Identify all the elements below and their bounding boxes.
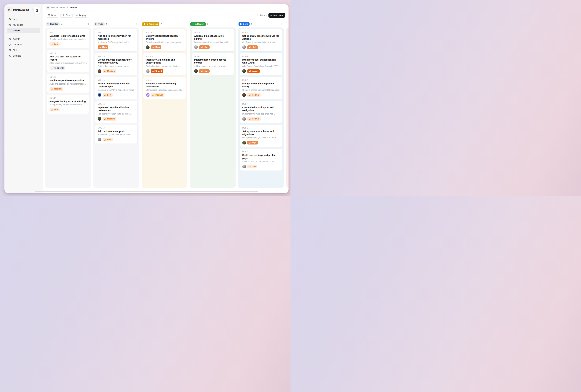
priority-label: Medium	[252, 118, 259, 120]
issue-title: Integrate Stripe billing and subscriptio…	[146, 58, 183, 64]
column-cards: MUL-7 Add real-time collaborative editin…	[190, 28, 236, 188]
sidebar-item-runtimes[interactable]: Runtimes	[7, 42, 40, 48]
issue-id: MUL-1	[242, 32, 279, 34]
sidebar-item-settings[interactable]: Settings	[7, 53, 40, 58]
new-issue-compose-button[interactable]	[33, 7, 40, 14]
issue-title: Set up CI/CD pipeline with GitHub Action…	[242, 34, 279, 40]
assignee-avatar	[98, 117, 101, 121]
issue-card[interactable]: MUL-14 Write API documentation with Open…	[95, 77, 137, 99]
status-pill: Todo	[94, 22, 105, 26]
priority-bars-icon	[249, 46, 251, 48]
priority-label: Urgent	[155, 70, 162, 72]
column-count: 4	[61, 23, 62, 25]
board-view-button[interactable]: Board	[46, 13, 59, 18]
column-header: Done 6 ⋯ +	[238, 22, 284, 26]
issue-card[interactable]: MUL-15 Implement email notification pref…	[95, 101, 137, 123]
priority-badge: Low	[103, 93, 113, 97]
issue-footer: High	[242, 46, 279, 49]
issue-card[interactable]: MUL-18 Add CSV and PDF export for report…	[47, 50, 89, 72]
issue-card[interactable]: MUL-3 Design and build component library…	[240, 77, 282, 99]
issue-card[interactable]: MUL-19 Mobile responsive optimization Au…	[47, 74, 89, 93]
issue-card[interactable]: MUL-7 Add real-time collaborative editin…	[191, 29, 234, 51]
priority-badge: Medium	[151, 93, 164, 97]
issue-card[interactable]: MUL-5 Set up database schema and migrati…	[240, 124, 282, 147]
display-button[interactable]: Display	[74, 13, 88, 18]
issue-footer: Low	[98, 93, 135, 97]
priority-label: Low	[252, 166, 256, 168]
column-menu-button[interactable]: ⋯	[227, 22, 231, 26]
column-count: 3	[161, 23, 162, 25]
issue-card[interactable]: MUL-12 Add end-to-end encryption for mes…	[95, 29, 137, 51]
priority-bars-icon	[200, 70, 203, 72]
column-count: 6	[251, 23, 252, 25]
issue-footer: Medium	[98, 117, 135, 121]
priority-badge: High	[98, 46, 108, 49]
issue-card[interactable]: MUL-10 Integrate Stripe billing and subs…	[143, 53, 186, 75]
issue-title: Refactor API error handling middleware	[146, 82, 183, 88]
sidebar-item-label: Issues	[13, 29, 20, 32]
priority-bars-icon	[51, 108, 53, 111]
issue-footer: No priority	[49, 66, 87, 70]
issue-card[interactable]: MUL-1 Set up CI/CD pipeline with GitHub …	[240, 29, 282, 51]
issue-card[interactable]: MUL-17 Evaluate Redis for caching layer …	[47, 29, 89, 48]
issue-title: Build user settings and profile page	[242, 154, 279, 160]
column-add-button[interactable]: +	[231, 22, 235, 26]
issue-title: Add real-time collaborative editing	[194, 34, 231, 40]
priority-label: Medium	[252, 94, 259, 96]
status-pill: In Review	[190, 22, 206, 26]
issue-id: MUL-16	[98, 127, 135, 129]
pencil-square-icon	[35, 9, 38, 12]
filled-circle-icon	[240, 23, 242, 25]
assignee-avatar-robot	[98, 93, 101, 97]
column-add-button[interactable]: +	[183, 22, 187, 26]
priority-badge: Medium	[247, 117, 261, 121]
sidebar-item-inbox[interactable]: Inbox	[7, 16, 40, 22]
status-label: Todo	[98, 23, 103, 25]
issue-id: MUL-17	[49, 32, 87, 34]
column-header: In Progress 3 ⋯ +	[142, 22, 187, 26]
chevron-right-icon	[66, 6, 68, 9]
issue-card[interactable]: MUL-8 Implement role-based access contro…	[191, 53, 234, 75]
issue-card[interactable]: MUL-9 Build WebSocket notification syste…	[143, 29, 186, 51]
issue-footer: Medium	[49, 87, 87, 91]
issue-card[interactable]: MUL-2 Implement user authentication with…	[240, 53, 282, 75]
issue-title: Add CSV and PDF export for reports	[49, 55, 87, 61]
issue-card[interactable]: MUL-13 Create analytics dashboard for wo…	[95, 53, 137, 75]
horizontal-scrollbar[interactable]	[35, 191, 258, 192]
issue-card[interactable]: MUL-20 Integrate Sentry error monitoring…	[47, 95, 89, 114]
issue-card[interactable]: MUL-4 Create dashboard layout and naviga…	[240, 101, 282, 123]
new-issue-button[interactable]: + New Issue	[268, 13, 285, 18]
assignee-avatar	[146, 69, 149, 73]
priority-bars-icon	[51, 88, 53, 90]
issue-card[interactable]: MUL-11 Refactor API error handling middl…	[143, 77, 186, 99]
issue-footer: Medium	[98, 69, 135, 73]
column-add-button[interactable]: +	[279, 22, 283, 26]
filter-button[interactable]: Filter	[60, 13, 72, 18]
issue-id: MUL-10	[146, 55, 183, 57]
sidebar-item-agents[interactable]: Agents	[7, 36, 40, 42]
column-menu-button[interactable]: ⋯	[275, 22, 279, 26]
issue-card[interactable]: MUL-16 Add dark mode support Implement s…	[95, 124, 137, 144]
column-menu-button[interactable]: ⋯	[82, 22, 86, 26]
priority-label: No priority	[54, 67, 64, 69]
priority-bars-icon	[99, 46, 101, 48]
column-cards: MUL-17 Evaluate Redis for caching layer …	[45, 28, 91, 188]
column-add-button[interactable]: +	[135, 22, 139, 26]
desktop-backdrop: { "backdrop": { "gradient_colors": ["#d9…	[0, 0, 290, 196]
priority-label: High	[204, 46, 208, 48]
column-menu-button[interactable]: ⋯	[131, 22, 135, 26]
column-add-button[interactable]: +	[86, 22, 90, 26]
sidebar-item-issues[interactable]: Issues	[7, 28, 40, 33]
issue-title: Design and build component library	[242, 82, 279, 88]
status-pill: Backlog	[46, 22, 60, 26]
sidebar-item-my-issues[interactable]: My Issues	[7, 22, 40, 28]
issue-card[interactable]: MUL-6 Build user settings and profile pa…	[240, 148, 282, 171]
priority-label: Medium	[155, 94, 163, 96]
issue-description: Generate OpenAPI 3.0 spec from handl…	[98, 89, 135, 91]
issue-description: Implement the main app shell with…	[242, 113, 279, 115]
column-menu-button[interactable]: ⋯	[179, 22, 183, 26]
sidebar-item-skills[interactable]: Skills	[7, 48, 40, 53]
breadcrumb-workspace[interactable]: Multica Demo	[51, 6, 65, 9]
issue-description: Allow users to export issue lists, activ…	[49, 62, 87, 64]
priority-label: Medium	[107, 118, 115, 120]
